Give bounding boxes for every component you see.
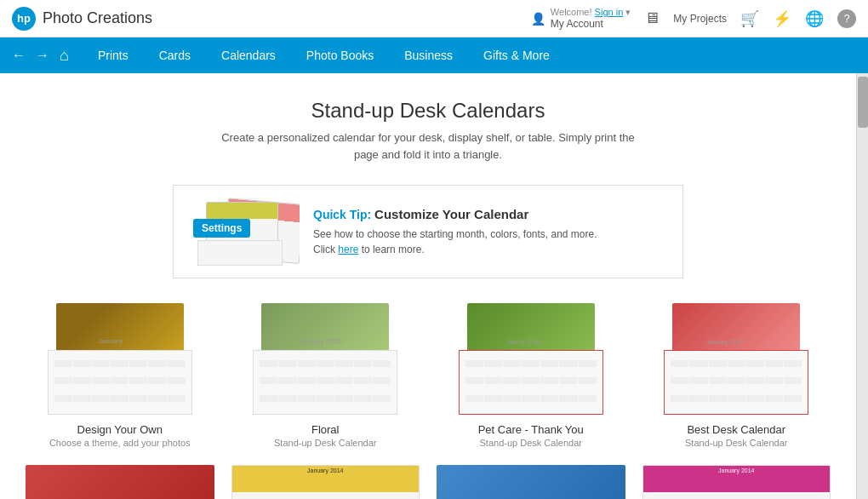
product-item-1[interactable]: January Design Your Own Choose a theme, …	[26, 304, 214, 448]
globe-icon: 🌐	[805, 9, 824, 28]
product-image-5: SOLD	[26, 465, 214, 499]
product-image-7	[437, 465, 625, 499]
my-projects-area[interactable]: My Projects	[673, 13, 727, 25]
back-arrow[interactable]: ←	[9, 46, 29, 65]
product-image-1: January	[26, 304, 214, 415]
product-image-2: January 2020	[231, 304, 420, 415]
user-icon: 👤	[530, 10, 547, 27]
quick-tip-box: Settings Quick Tip: Customize Your Calen…	[173, 185, 683, 278]
tip-image: Settings	[189, 198, 300, 266]
my-projects-label: My Projects	[673, 13, 727, 25]
page-outer: Stand-up Desk Calendars Create a persona…	[0, 73, 868, 499]
product-item-6[interactable]: January 2014	[231, 465, 420, 499]
globe-icon-area[interactable]: 🌐	[805, 9, 824, 28]
nav-links: Prints Cards Calendars Photo Books Busin…	[83, 40, 565, 71]
page-title: Stand-up Desk Calendars	[17, 99, 839, 123]
product-sub-3: Stand-up Desk Calendar	[437, 438, 625, 448]
logo-area: hp Photo Creations	[12, 7, 152, 31]
products-grid-bottom: SOLD January 2014	[26, 465, 831, 499]
product-name-3: Pet Care - Thank You	[437, 423, 625, 436]
help-icon: ?	[837, 9, 856, 28]
top-right-area: 👤 Welcome! Sign in ▾ My Account 🖥 My Pro…	[530, 7, 856, 30]
cart-icon-area[interactable]: 🛒	[740, 9, 759, 28]
tip-title-prefix: Quick Tip:	[313, 208, 371, 221]
nav-link-gifts[interactable]: Gifts & More	[468, 40, 565, 71]
product-image-4: January 2016	[642, 304, 831, 415]
nav-link-cards[interactable]: Cards	[144, 40, 206, 71]
nav-link-photo-books[interactable]: Photo Books	[291, 40, 389, 71]
hp-logo-icon: hp	[12, 7, 36, 31]
quick-tip-area: Settings Quick Tip: Customize Your Calen…	[0, 176, 856, 295]
nav-link-business[interactable]: Business	[389, 40, 468, 71]
products-section: January Design Your Own Choose a theme, …	[0, 295, 856, 499]
cart-icon: 🛒	[740, 9, 759, 28]
help-icon-area[interactable]: ?	[837, 9, 856, 28]
tip-cta: Click here to learn more.	[313, 242, 667, 257]
sign-in-link[interactable]: Sign in	[595, 7, 624, 17]
home-icon[interactable]: ⌂	[60, 47, 69, 65]
product-name-1: Design Your Own	[26, 423, 214, 436]
tip-body: See how to choose the starting month, co…	[313, 227, 667, 242]
product-item-3[interactable]: March 2016 Pet Care - Thank You Stand-up…	[437, 304, 625, 448]
tip-text: Quick Tip: Customize Your Calendar See h…	[313, 207, 667, 257]
top-bar: hp Photo Creations 👤 Welcome! Sign in ▾ …	[0, 0, 868, 37]
tip-title-main: Customize Your Calendar	[374, 207, 528, 221]
product-image-3: March 2016	[437, 304, 625, 415]
scrollbar-track[interactable]	[856, 73, 868, 499]
account-area[interactable]: 👤 Welcome! Sign in ▾ My Account	[530, 7, 631, 30]
welcome-text: Welcome! Sign in ▾	[551, 7, 631, 18]
monitor-icon: 🖥	[644, 9, 660, 27]
product-name-4: Best Desk Calendar	[642, 423, 831, 436]
product-item-7[interactable]	[437, 465, 625, 499]
product-item-4[interactable]: January 2016 Best Desk Calendar Stand-up…	[642, 304, 831, 448]
app-title: Photo Creations	[43, 9, 152, 27]
nav-link-prints[interactable]: Prints	[83, 40, 144, 71]
product-item-8[interactable]: January 2014	[642, 465, 831, 499]
product-image-8: January 2014	[642, 465, 831, 499]
product-sub-1: Choose a theme, add your photos	[26, 438, 214, 448]
product-name-2: Floral	[231, 423, 420, 436]
my-account-text[interactable]: My Account	[551, 18, 631, 30]
tip-here-link[interactable]: here	[338, 244, 358, 255]
product-sub-2: Stand-up Desk Calendar	[231, 438, 420, 448]
scrollbar-thumb[interactable]	[858, 77, 868, 128]
tip-title: Quick Tip: Customize Your Calendar	[313, 207, 667, 221]
product-image-6: January 2014	[231, 465, 420, 499]
products-grid: January Design Your Own Choose a theme, …	[26, 304, 831, 448]
forward-arrow[interactable]: →	[32, 46, 53, 65]
nav-arrows: ← →	[9, 46, 53, 65]
page-content: Stand-up Desk Calendars Create a persona…	[0, 73, 856, 499]
product-8-label: January 2014	[643, 467, 831, 473]
page-description: Create a personalized calendar for your …	[215, 129, 641, 163]
monitor-icon-area: 🖥	[644, 9, 660, 27]
nav-link-calendars[interactable]: Calendars	[206, 40, 291, 71]
settings-button-visual: Settings	[193, 219, 250, 238]
page-heading: Stand-up Desk Calendars Create a persona…	[0, 73, 856, 176]
product-item-2[interactable]: January 2020 Floral Stand-up Desk Calend…	[231, 304, 420, 448]
product-6-label: January 2014	[232, 467, 420, 473]
lightning-icon: ⚡	[773, 9, 791, 28]
product-item-5[interactable]: SOLD	[26, 465, 214, 499]
nav-bar: ← → ⌂ Prints Cards Calendars Photo Books…	[0, 37, 868, 73]
product-sub-4: Stand-up Desk Calendar	[642, 438, 831, 448]
lightning-icon-area[interactable]: ⚡	[773, 9, 791, 28]
